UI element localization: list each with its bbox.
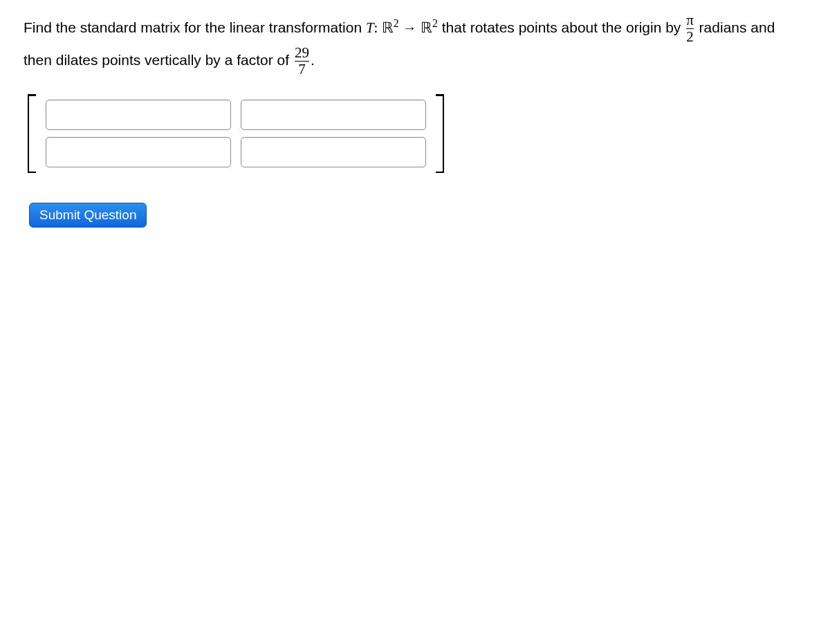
question-text: Find the standard matrix for the linear …: [24, 12, 806, 77]
exp-domain: 2: [394, 17, 399, 29]
frac-num: 29: [295, 45, 309, 61]
bracket-left-icon: [28, 94, 37, 173]
question-part1: Find the standard matrix for the linear …: [24, 19, 366, 35]
fraction-factor: 297: [293, 45, 311, 77]
frac-den: 2: [686, 28, 694, 45]
colon: :: [374, 19, 382, 36]
fraction-angle: π2: [685, 12, 695, 45]
exp-codomain: 2: [432, 17, 438, 29]
matrix-input: [28, 94, 806, 173]
matrix-cell-1-1[interactable]: [46, 100, 231, 130]
frac-num: π: [686, 12, 694, 28]
arrow-icon: →: [399, 19, 421, 36]
math-R-codomain: ℝ: [421, 19, 432, 36]
question-part2: that rotates points about the origin by: [438, 19, 685, 35]
matrix-grid: [42, 94, 430, 173]
period: .: [311, 52, 315, 68]
frac-den: 7: [295, 61, 309, 77]
math-T: T: [366, 19, 374, 36]
math-R-domain: ℝ: [382, 19, 394, 36]
submit-question-button[interactable]: Submit Question: [29, 203, 147, 228]
matrix-cell-2-1[interactable]: [46, 137, 231, 167]
bracket-right-icon: [434, 94, 444, 173]
matrix-cell-1-2[interactable]: [241, 100, 426, 130]
matrix-cell-2-2[interactable]: [241, 137, 426, 167]
